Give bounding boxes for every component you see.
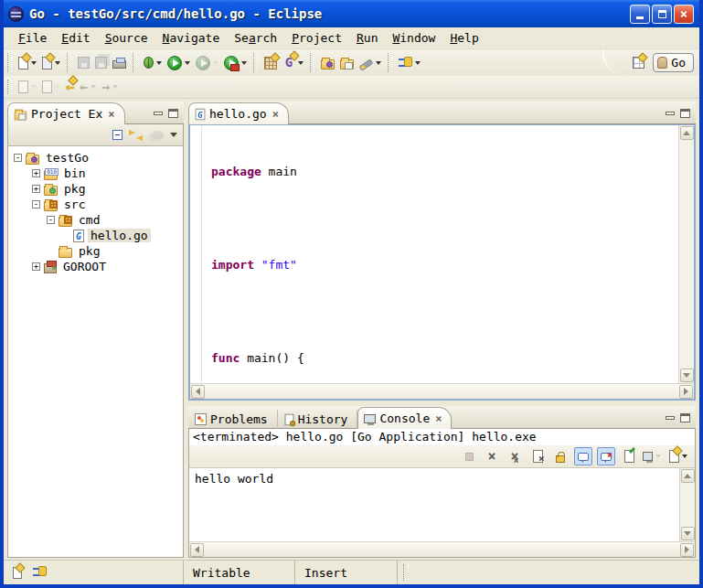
tab-hello-go[interactable]: G hello.go × — [188, 102, 289, 124]
close-console-icon[interactable]: × — [435, 412, 442, 425]
tree-item-src-pkg[interactable]: pkg — [8, 243, 183, 259]
tree-item-pkg[interactable]: + pkg — [8, 181, 183, 197]
maximize-console-button[interactable] — [680, 413, 690, 422]
menu-search[interactable]: Search — [227, 29, 284, 47]
expander-icon[interactable]: - — [47, 216, 55, 224]
pin-console-button[interactable] — [620, 447, 638, 465]
console-vertical-scrollbar[interactable] — [679, 468, 695, 541]
close-button[interactable]: × — [674, 5, 694, 24]
expander-icon[interactable]: - — [32, 200, 40, 208]
console-horizontal-scrollbar[interactable] — [189, 541, 695, 557]
tree-item-src[interactable]: - src — [8, 197, 183, 212]
search-button[interactable] — [357, 53, 383, 73]
save-all-button[interactable] — [93, 53, 109, 73]
next-annotation-button[interactable] — [16, 77, 38, 97]
run-button[interactable] — [165, 53, 192, 73]
fast-view-icon[interactable] — [13, 567, 22, 579]
scroll-down-button[interactable] — [680, 369, 694, 382]
tree-item-cmd[interactable]: - cmd — [8, 212, 183, 228]
tree-item-goroot[interactable]: + GOROOT — [8, 259, 183, 274]
expander-icon[interactable]: + — [32, 262, 40, 271]
new-wizard-button[interactable] — [16, 53, 38, 73]
terminate-button[interactable] — [460, 447, 478, 465]
minimize-editor-button[interactable] — [666, 112, 675, 115]
tab-console[interactable]: Console × — [357, 407, 452, 429]
expander-icon[interactable]: - — [14, 154, 22, 162]
bin-folder-icon — [44, 170, 58, 180]
menu-window[interactable]: Window — [385, 29, 442, 47]
menu-run[interactable]: Run — [349, 29, 385, 47]
console-output[interactable]: hello world — [189, 468, 679, 541]
menu-source[interactable]: Source — [98, 29, 155, 47]
maximize-button[interactable] — [652, 5, 672, 24]
menu-help[interactable]: Help — [442, 29, 485, 47]
menu-navigate[interactable]: Navigate — [155, 29, 228, 47]
show-stdout-button[interactable] — [574, 447, 592, 465]
save-button[interactable] — [76, 53, 91, 73]
display-console-button[interactable] — [643, 447, 661, 465]
go-perspective-button[interactable]: Go — [653, 53, 694, 72]
code-area[interactable]: package main import "fmt" func main() { … — [202, 125, 678, 383]
run-history-button[interactable] — [194, 53, 220, 73]
close-view-icon[interactable]: × — [108, 108, 114, 121]
tree-item-testgo[interactable]: - testGo — [8, 150, 183, 166]
open-folder-icon — [340, 59, 354, 69]
maximize-editor-button[interactable] — [680, 109, 690, 118]
forward-button[interactable]: → — [100, 77, 120, 97]
remove-launch-button[interactable]: × — [483, 447, 501, 465]
open-console-button[interactable] — [666, 447, 691, 465]
open-perspective-button[interactable] — [631, 53, 646, 73]
open-folder-button[interactable] — [338, 53, 356, 73]
toolbar-handle[interactable] — [7, 53, 12, 71]
minimize-button[interactable] — [630, 5, 650, 24]
synchronize-button[interactable] — [397, 53, 422, 73]
scroll-right-button[interactable] — [680, 543, 694, 557]
new-go-file-button[interactable] — [40, 53, 62, 73]
scroll-lock-button[interactable] — [551, 447, 570, 465]
scroll-left-button[interactable] — [191, 385, 205, 399]
remove-all-launches-button[interactable]: × — [506, 447, 524, 465]
tree-item-bin[interactable]: + bin — [8, 166, 183, 181]
debug-button[interactable] — [142, 53, 164, 73]
tree-item-hello-go[interactable]: G hello.go — [8, 228, 183, 243]
scroll-up-button[interactable] — [680, 126, 694, 140]
external-tools-button[interactable] — [222, 53, 249, 73]
collapse-all-icon[interactable] — [112, 130, 122, 140]
view-menu-icon[interactable] — [170, 133, 177, 137]
scroll-down-button[interactable] — [681, 527, 695, 540]
open-resource-button[interactable] — [319, 53, 336, 73]
expander-icon[interactable]: + — [32, 169, 40, 177]
editor-vertical-scrollbar[interactable] — [678, 125, 694, 383]
minimize-view-button[interactable] — [154, 112, 163, 115]
back-icon: ← — [80, 80, 88, 94]
editor-horizontal-scrollbar[interactable] — [190, 383, 694, 399]
menu-project[interactable]: Project — [284, 29, 349, 47]
menu-file[interactable]: File — [11, 29, 54, 47]
menu-edit[interactable]: Edit — [54, 29, 97, 47]
previous-annotation-button[interactable] — [40, 77, 62, 97]
tab-problems[interactable]: Problems — [188, 409, 278, 429]
scroll-up-button[interactable] — [681, 469, 695, 483]
focus-icon[interactable] — [153, 131, 164, 140]
menubar: File Edit Source Navigate Search Project… — [4, 27, 699, 49]
last-edit-location-button[interactable]: ← — [64, 77, 76, 97]
console-status-line: <terminated> hello.go [Go Application] h… — [189, 429, 695, 445]
scroll-right-button[interactable] — [679, 385, 693, 399]
new-go-element-button[interactable]: G — [281, 53, 305, 73]
scroll-left-button[interactable] — [190, 543, 204, 557]
statusbar-trim — [4, 561, 184, 584]
tab-history[interactable]: History — [278, 409, 358, 429]
print-button[interactable] — [111, 53, 128, 73]
back-button[interactable]: ← — [78, 77, 98, 97]
maximize-icon — [658, 10, 666, 18]
minimize-console-button[interactable] — [666, 416, 675, 420]
close-editor-icon[interactable]: × — [272, 108, 279, 121]
clear-console-button[interactable] — [528, 447, 547, 465]
new-go-project-button[interactable] — [262, 53, 279, 73]
link-with-editor-icon[interactable] — [129, 129, 143, 141]
synchronize-icon[interactable] — [33, 566, 47, 579]
expander-icon[interactable]: + — [32, 185, 40, 193]
tab-project-explorer[interactable]: Project Ex × — [7, 102, 125, 124]
show-stderr-button[interactable] — [597, 447, 615, 465]
maximize-view-button[interactable] — [168, 109, 178, 118]
